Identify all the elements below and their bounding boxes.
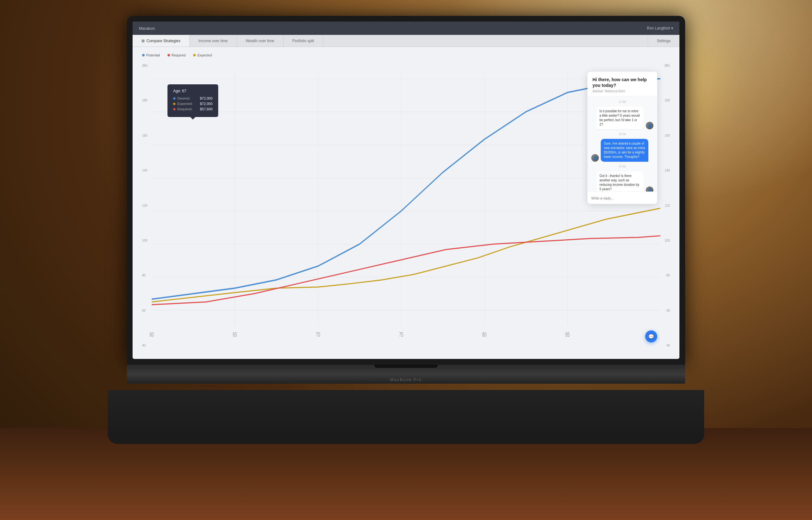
chat-fab-button[interactable]: 💬	[645, 330, 657, 342]
macbook-keyboard	[108, 390, 704, 444]
potential-dot	[142, 54, 145, 56]
screen-bezel: Marakon Ron Langford ▾ ⊞ Compare Strateg…	[127, 16, 685, 365]
desired-dot	[173, 97, 175, 100]
tooltip-row-desired: Desired: $72,000	[173, 96, 212, 100]
chart-area: Potential Required Expected ($k)	[133, 47, 679, 359]
message-user-2: 👤 Got it - thanks! Is there another way,…	[591, 171, 653, 191]
macbook-notch	[374, 365, 438, 368]
tab-settings[interactable]: Settings	[648, 35, 679, 47]
tooltip-row-required: Required: $57,600	[173, 107, 212, 111]
tooltip-arrow	[190, 117, 195, 120]
svg-text:80: 80	[482, 331, 486, 338]
macbook-label: MacBook Pro	[127, 377, 685, 382]
chat-widget: Hi there, how can we help you today? Adv…	[587, 72, 657, 204]
chart-legend: Potential Required Expected	[142, 53, 670, 57]
tab-income-over-time[interactable]: Income over time	[190, 35, 237, 47]
tooltip-age: Age: 67	[173, 89, 212, 93]
tooltip-row-expected: Expected: $72,000	[173, 102, 212, 106]
bubble-user-1: Is it possible for me to retire a little…	[596, 107, 644, 129]
user-avatar-2: 👤	[646, 186, 653, 191]
chat-title: Hi there, how can we help you today?	[592, 77, 652, 88]
expected-dot	[193, 54, 196, 56]
message-advisor-1: 👤 Sure, I've shared a couple of new scen…	[591, 139, 653, 162]
user-name: Ron Langford	[647, 26, 670, 30]
tab-portfolio-split[interactable]: Portfolio split	[284, 35, 324, 47]
chat-header: Hi there, how can we help you today? Adv…	[587, 72, 657, 96]
tab-wealth-over-time[interactable]: Wealth over time	[237, 35, 284, 47]
chat-input-field[interactable]	[591, 196, 653, 200]
required-dot-tooltip	[173, 108, 175, 110]
macbook: Marakon Ron Langford ▾ ⊞ Compare Strateg…	[82, 16, 730, 444]
svg-text:70: 70	[316, 331, 320, 338]
svg-text:60: 60	[150, 331, 154, 338]
avatar-img-2: 👤	[646, 186, 653, 191]
svg-text:65: 65	[233, 331, 237, 338]
dropdown-icon: ▾	[671, 26, 673, 30]
svg-text:85: 85	[565, 331, 570, 338]
screen-inner: Marakon Ron Langford ▾ ⊞ Compare Strateg…	[133, 22, 679, 359]
chat-input-area[interactable]	[587, 191, 657, 204]
timestamp-1: 17:00	[591, 100, 653, 103]
expected-dot-tooltip	[173, 103, 175, 105]
tab-compare-strategies[interactable]: ⊞ Compare Strategies	[133, 35, 190, 47]
user-menu[interactable]: Ron Langford ▾	[647, 26, 673, 30]
chat-fab-icon: 💬	[648, 334, 654, 340]
legend-potential: Potential	[142, 53, 160, 57]
user-avatar-1: 👤	[646, 122, 653, 129]
timestamp-2: 17:18	[591, 133, 653, 136]
timestamp-3: 17:32	[591, 165, 653, 168]
bubble-user-2: Got it - thanks! Is there another way, s…	[596, 171, 644, 191]
app-title: Marakon	[139, 26, 155, 31]
compare-icon: ⊞	[142, 39, 145, 43]
avatar-img-1: 👤	[646, 122, 653, 129]
chat-advisor: Advisor: Rebecca Kent	[592, 89, 652, 93]
bubble-advisor-1: Sure, I've shared a couple of new scenar…	[601, 139, 648, 162]
chat-messages: 17:00 👤 Is it possible for me to retire …	[587, 96, 657, 191]
app-titlebar: Marakon Ron Langford ▾	[133, 22, 679, 35]
svg-text:75: 75	[399, 331, 403, 338]
legend-required: Required	[168, 53, 186, 57]
message-user-1: 👤 Is it possible for me to retire a litt…	[591, 107, 653, 129]
required-dot	[168, 54, 170, 56]
chart-tooltip: Age: 67 Desired: $72,000 Expected: $72,0…	[168, 84, 218, 117]
app-tabs: ⊞ Compare Strategies Income over time We…	[133, 35, 679, 47]
chart-container: ($k) 180 160 140 120 100 80 60 40 ($k) 1…	[142, 62, 670, 349]
advisor-avatar-img: 👤	[591, 154, 599, 162]
legend-expected: Expected	[193, 53, 212, 57]
advisor-avatar: 👤	[591, 154, 599, 162]
